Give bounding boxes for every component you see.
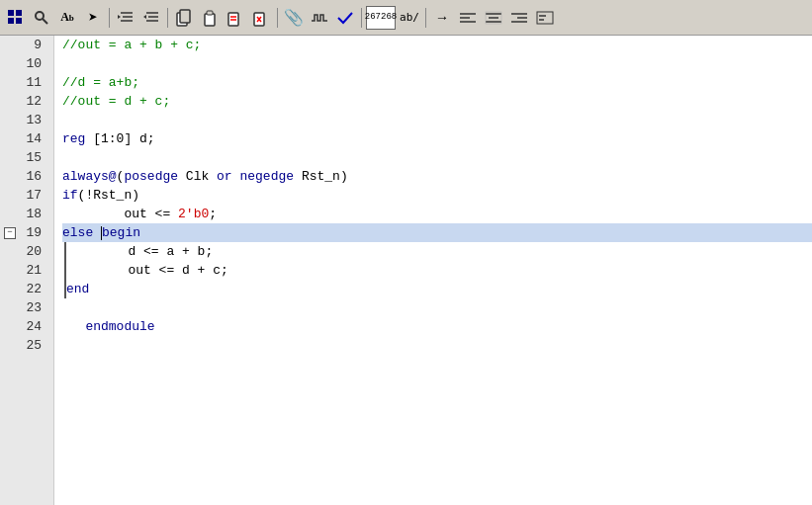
outdent-icon[interactable] bbox=[139, 6, 163, 30]
svg-rect-1 bbox=[16, 10, 22, 16]
wave-icon[interactable] bbox=[308, 6, 331, 30]
svg-marker-13 bbox=[143, 15, 146, 19]
code-text-13 bbox=[62, 111, 70, 129]
code-line-13 bbox=[62, 111, 812, 129]
code-line-14: reg [1:0] d; bbox=[62, 129, 812, 148]
svg-rect-17 bbox=[207, 11, 213, 15]
line-num-12: 12 bbox=[0, 92, 47, 111]
code-line-10 bbox=[62, 54, 812, 73]
code-line-9: //out = a + b + c; bbox=[62, 36, 812, 54]
code-text-9: //out = a + b + c; bbox=[62, 36, 201, 54]
find-icon[interactable] bbox=[30, 6, 53, 30]
svg-line-5 bbox=[43, 19, 47, 24]
navigate-icon[interactable]: → bbox=[430, 6, 454, 30]
indent-icon[interactable] bbox=[114, 6, 137, 30]
svg-rect-3 bbox=[16, 18, 22, 24]
code-line-12: //out = d + c; bbox=[62, 92, 812, 111]
code-line-18: out <= 2'b0; bbox=[62, 205, 812, 223]
line-num-24: 24 bbox=[0, 317, 47, 336]
regex-search-icon[interactable]: ab/ bbox=[398, 6, 421, 30]
sep5 bbox=[425, 8, 426, 28]
wrap-icon[interactable] bbox=[533, 6, 557, 30]
code-line-20: d <= a + b; bbox=[66, 242, 812, 261]
cut-red-icon[interactable] bbox=[224, 6, 247, 30]
copy-icon[interactable] bbox=[172, 6, 196, 30]
line-num-22: 22 bbox=[0, 280, 47, 298]
code-text-10 bbox=[62, 54, 70, 73]
code-line-24: endmodule bbox=[62, 317, 812, 336]
code-line-15 bbox=[62, 148, 812, 167]
line-num-10: 10 bbox=[0, 54, 47, 73]
sep3 bbox=[277, 8, 278, 28]
code-text-16: always@(posedge Clk or negedge Rst_n) bbox=[62, 167, 348, 186]
code-editor: 9 10 11 12 13 14 15 16 17 18 − 19 20 21 … bbox=[0, 36, 812, 505]
line-num-21: 21 bbox=[0, 261, 47, 280]
line-num-19: − 19 bbox=[0, 223, 47, 242]
code-text-17: if(!Rst_n) bbox=[62, 186, 139, 205]
line-num-15: 15 bbox=[0, 148, 47, 167]
code-text-12: //out = d + c; bbox=[62, 92, 170, 111]
code-text-25 bbox=[62, 336, 70, 355]
line-num-25: 25 bbox=[0, 336, 47, 355]
svg-rect-15 bbox=[180, 10, 190, 23]
line-num-13: 13 bbox=[0, 111, 47, 129]
code-text-18: out <= 2'b0; bbox=[62, 205, 217, 223]
line-num-17: 17 bbox=[0, 186, 47, 205]
line-num-11: 11 bbox=[0, 73, 47, 92]
align-left-icon[interactable] bbox=[456, 6, 480, 30]
grid-icon[interactable] bbox=[4, 6, 28, 30]
code-text-21: out <= d + c; bbox=[66, 261, 228, 280]
code-line-25 bbox=[62, 336, 812, 355]
svg-rect-16 bbox=[205, 14, 215, 26]
sep2 bbox=[167, 8, 168, 28]
check-blue-icon[interactable] bbox=[333, 6, 357, 30]
text-ab-icon[interactable]: Ab bbox=[55, 6, 79, 30]
counter-badge: 267 268 bbox=[366, 6, 396, 30]
line-num-18: 18 bbox=[0, 205, 47, 223]
code-line-22: end bbox=[66, 280, 812, 298]
code-text-24: endmodule bbox=[62, 317, 155, 336]
code-text-20: d <= a + b; bbox=[66, 242, 213, 261]
svg-rect-2 bbox=[8, 18, 14, 24]
line-num-16: 16 bbox=[0, 167, 47, 186]
arrow-right-icon[interactable]: ➤ bbox=[81, 6, 105, 30]
code-line-21: out <= d + c; bbox=[66, 261, 812, 280]
align-center-icon[interactable] bbox=[482, 6, 505, 30]
line-num-20: 20 bbox=[0, 242, 47, 261]
code-line-19: else begin bbox=[62, 223, 812, 242]
line-num-23: 23 bbox=[0, 298, 47, 317]
line-numbers: 9 10 11 12 13 14 15 16 17 18 − 19 20 21 … bbox=[0, 36, 54, 505]
code-line-23 bbox=[62, 298, 812, 317]
code-line-17: if(!Rst_n) bbox=[62, 186, 812, 205]
code-text-11: //d = a+b; bbox=[62, 73, 139, 92]
sep4 bbox=[361, 8, 362, 28]
paste-icon[interactable] bbox=[198, 6, 222, 30]
code-text-14: reg [1:0] d; bbox=[62, 129, 155, 148]
code-line-16: always@(posedge Clk or negedge Rst_n) bbox=[62, 167, 812, 186]
code-content[interactable]: //out = a + b + c; //d = a+b; //out = d … bbox=[54, 36, 812, 505]
svg-marker-9 bbox=[118, 15, 121, 19]
align-right-icon[interactable] bbox=[507, 6, 531, 30]
fold-icon-19[interactable]: − bbox=[4, 227, 16, 239]
code-text-19: else begin bbox=[62, 223, 140, 242]
code-text-22: end bbox=[66, 280, 89, 298]
code-line-11: //d = a+b; bbox=[62, 73, 812, 92]
delete-red-icon[interactable] bbox=[249, 6, 273, 30]
sep1 bbox=[109, 8, 110, 28]
svg-rect-0 bbox=[8, 10, 14, 16]
svg-point-4 bbox=[36, 12, 44, 20]
clip-icon[interactable]: 📎 bbox=[282, 6, 306, 30]
svg-rect-34 bbox=[537, 12, 553, 24]
line-num-9: 9 bbox=[0, 36, 47, 54]
counter-top: 267 bbox=[365, 13, 381, 22]
toolbar: Ab ➤ bbox=[0, 0, 812, 36]
counter-bottom: 268 bbox=[381, 13, 397, 22]
line-num-14: 14 bbox=[0, 129, 47, 148]
code-text-23 bbox=[62, 298, 70, 317]
code-text-15 bbox=[62, 148, 70, 167]
